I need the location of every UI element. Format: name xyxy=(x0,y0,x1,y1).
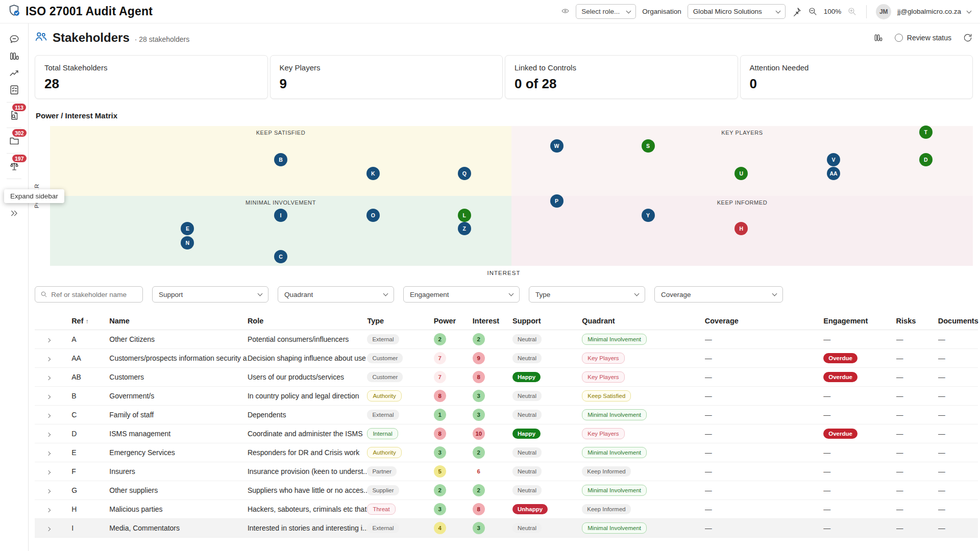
column-header-risks[interactable]: Risks xyxy=(896,313,938,330)
matrix-point-B[interactable]: B xyxy=(274,153,287,166)
expand-row-icon[interactable] xyxy=(46,452,51,456)
matrix-point-T[interactable]: T xyxy=(919,126,933,139)
expand-row-icon[interactable] xyxy=(46,470,51,474)
column-header-engagement[interactable]: Engagement xyxy=(823,313,896,330)
expand-row-icon[interactable] xyxy=(46,357,51,361)
badge: Customer xyxy=(367,353,403,363)
filter-quadrant[interactable]: Quadrant xyxy=(278,286,394,303)
column-header-documents[interactable]: Documents xyxy=(938,313,978,330)
matrix-point-P[interactable]: P xyxy=(550,194,564,208)
column-chart-button[interactable] xyxy=(873,33,884,43)
column-header-coverage[interactable]: Coverage xyxy=(705,313,824,330)
cell-role: Decision shaping influence about use xyxy=(248,349,368,368)
sidebar-item-trend[interactable] xyxy=(0,64,29,81)
table-row[interactable]: AB Customers Users of our products/servi… xyxy=(35,368,978,387)
table-row[interactable]: E Emergency Services Responders for DR a… xyxy=(35,443,978,462)
sidebar-item-scale[interactable]: 197 xyxy=(0,158,29,174)
matrix-point-W[interactable]: W xyxy=(550,139,564,153)
cell-documents: — xyxy=(938,443,978,462)
stakeholder-search[interactable] xyxy=(35,286,143,303)
expand-row-icon[interactable] xyxy=(46,527,51,531)
expand-row-icon[interactable] xyxy=(46,489,51,493)
filter-type[interactable]: Type xyxy=(529,286,645,303)
matrix-point-N[interactable]: N xyxy=(181,236,194,249)
table-row[interactable]: D ISMS management Coordinate and adminis… xyxy=(35,424,978,443)
zoom-out-button[interactable] xyxy=(808,7,818,16)
divider xyxy=(7,179,21,179)
role-select[interactable]: Select role... xyxy=(576,4,636,19)
matrix-point-L[interactable]: L xyxy=(458,209,471,222)
matrix-point-AA[interactable]: AA xyxy=(827,167,840,180)
zoom-in-button[interactable] xyxy=(847,7,857,16)
avatar[interactable]: JM xyxy=(876,4,891,19)
expand-row-icon[interactable] xyxy=(46,395,51,399)
cell-support: Neutral xyxy=(512,443,582,462)
table-row[interactable]: C Family of staff Dependents External 1 … xyxy=(35,406,978,424)
matrix-point-S[interactable]: S xyxy=(642,139,655,153)
column-header-quadrant[interactable]: Quadrant xyxy=(582,313,705,330)
stat-card: Key Players 9 xyxy=(270,55,503,99)
review-status-toggle[interactable]: Review status xyxy=(895,34,951,42)
cell-risks: — xyxy=(896,349,938,368)
table-row[interactable]: AA Customers/prospects information secur… xyxy=(35,349,978,368)
expand-sidebar-button[interactable] xyxy=(0,205,29,221)
organisation-label: Organisation xyxy=(642,8,681,15)
table-row[interactable]: H Malicious parties Hackers, saboteurs, … xyxy=(35,500,978,519)
cell-name: ISMS management xyxy=(109,424,248,443)
table-row[interactable]: G Other suppliers Suppliers who have lit… xyxy=(35,481,978,500)
sidebar-item-chat[interactable] xyxy=(0,31,29,47)
matrix-point-U[interactable]: U xyxy=(734,167,748,180)
table-row[interactable]: B Government/s In country policy and leg… xyxy=(35,387,978,406)
matrix-point-D[interactable]: D xyxy=(919,153,933,166)
sidebar-item-checklist[interactable] xyxy=(0,81,29,98)
column-header-type[interactable]: Type xyxy=(367,313,433,330)
sidebar-item-folder[interactable]: 302 xyxy=(0,132,29,149)
cell-coverage: — xyxy=(705,406,824,424)
sidebar-item-document-search[interactable]: 113 xyxy=(0,107,29,123)
pin-button[interactable] xyxy=(792,7,802,17)
matrix-point-V[interactable]: V xyxy=(827,153,840,166)
column-header-interest[interactable]: Interest xyxy=(473,313,512,330)
matrix-point-Y[interactable]: Y xyxy=(642,209,655,222)
table-row[interactable]: F Insurers Insurance provision (keen to … xyxy=(35,462,978,481)
filter-engagement[interactable]: Engagement xyxy=(403,286,520,303)
matrix-point-K[interactable]: K xyxy=(366,167,380,180)
chevron-down-icon[interactable] xyxy=(967,8,972,13)
matrix-point-C[interactable]: C xyxy=(274,250,287,263)
matrix-point-Q[interactable]: Q xyxy=(458,167,471,180)
column-header-ref[interactable]: Ref↑ xyxy=(71,313,109,330)
refresh-button[interactable] xyxy=(963,33,973,43)
search-input[interactable] xyxy=(51,291,137,298)
cell-role: Dependents xyxy=(248,406,368,424)
column-header-power[interactable]: Power xyxy=(434,313,473,330)
table-row[interactable]: A Other Citizens Potential consumers/inf… xyxy=(35,330,978,349)
column-header-name[interactable]: Name xyxy=(109,313,248,330)
cell-engagement: Overdue xyxy=(823,424,896,443)
expand-row-icon[interactable] xyxy=(46,414,51,418)
matrix-point-I[interactable]: I xyxy=(274,209,287,222)
expand-row-icon[interactable] xyxy=(46,376,51,380)
radio-icon[interactable] xyxy=(895,34,903,42)
cell-expander xyxy=(35,424,71,443)
sidebar-item-bar-chart[interactable] xyxy=(0,47,29,64)
matrix-point-E[interactable]: E xyxy=(181,222,194,235)
table-row[interactable]: I Media, Commentators Interested in stor… xyxy=(35,519,978,538)
filter-coverage[interactable]: Coverage xyxy=(654,286,783,303)
user-email[interactable]: jj@globalmicro.co.za xyxy=(897,8,961,15)
shield-check-icon xyxy=(7,4,21,19)
matrix-point-Z[interactable]: Z xyxy=(458,222,471,235)
filter-support[interactable]: Support xyxy=(152,286,268,303)
stat-label: Linked to Controls xyxy=(514,63,728,72)
quadrant-label: KEEP INFORMED xyxy=(717,199,768,206)
stat-value: 9 xyxy=(280,76,494,92)
matrix-point-H[interactable]: H xyxy=(734,222,748,235)
cell-coverage: — xyxy=(705,387,824,406)
column-header-role[interactable]: Role xyxy=(248,313,368,330)
cell-ref: I xyxy=(71,519,109,538)
matrix-point-O[interactable]: O xyxy=(366,209,380,222)
expand-row-icon[interactable] xyxy=(46,433,51,437)
expand-row-icon[interactable] xyxy=(46,338,51,342)
expand-row-icon[interactable] xyxy=(46,508,51,512)
organisation-select[interactable]: Global Micro Solutions xyxy=(688,4,786,19)
column-header-support[interactable]: Support xyxy=(512,313,582,330)
